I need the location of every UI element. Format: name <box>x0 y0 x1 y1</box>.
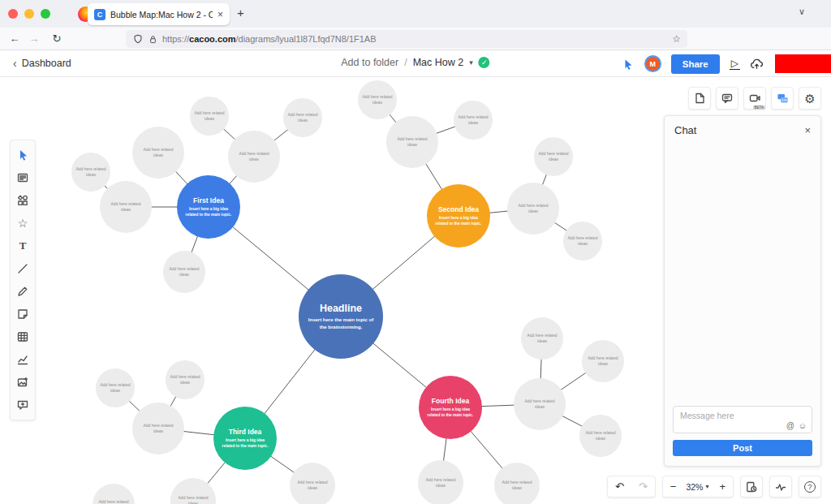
bubble-label: Fourth Idea <box>432 397 469 405</box>
zoom-controls: − 32% ▾ + <box>662 476 734 498</box>
address-bar[interactable]: https://cacoo.com/diagrams/lyual1l87Lfqd… <box>126 30 687 48</box>
bubble-label: Add here related ideas <box>538 151 568 163</box>
bubble-label: Add here related ideas <box>75 166 105 179</box>
diagram-node-g12[interactable]: Add here related ideas <box>534 137 573 176</box>
zoom-out-button[interactable]: − <box>663 480 684 493</box>
shapes-tool[interactable] <box>12 189 33 212</box>
chart-tool[interactable] <box>12 348 33 371</box>
window-close-button[interactable] <box>8 9 18 19</box>
window-zoom-button[interactable] <box>41 9 50 19</box>
cloud-upload-icon[interactable] <box>750 57 764 71</box>
diagram-node-g7[interactable]: Add here related ideas <box>163 251 205 293</box>
pages-button[interactable] <box>688 87 711 110</box>
shared-cursor-icon[interactable] <box>622 58 635 71</box>
diagram-node-g8[interactable]: Add here related ideas <box>386 116 438 168</box>
bubble-label: Add here related ideas <box>194 110 224 123</box>
zoom-caret-icon[interactable]: ▾ <box>705 483 712 490</box>
pencil-tool[interactable] <box>12 280 33 303</box>
diagram-node-g15[interactable]: Add here related ideas <box>96 368 135 407</box>
diagram-node-g10[interactable]: Add here related ideas <box>454 101 493 140</box>
line-tool[interactable] <box>12 257 33 280</box>
view-toolbar: BETA ⚙ <box>688 87 821 110</box>
zoom-level[interactable]: 32% <box>683 482 705 492</box>
diagram-node-I2[interactable]: Second IdeaInsert here a big idea relate… <box>427 184 490 248</box>
diagram-node-H[interactable]: HeadlineInsert here the main topic of th… <box>299 274 383 359</box>
video-call-button[interactable]: BETA <box>743 87 766 110</box>
tab-title: Bubble Map:Mac How 2 - Cacoo <box>110 10 213 19</box>
insert-image-tool[interactable] <box>12 371 33 394</box>
chat-message-input[interactable] <box>674 407 812 421</box>
table-tool[interactable] <box>12 325 33 348</box>
diagram-name[interactable]: Mac How 2 <box>413 57 464 68</box>
diagram-node-g1[interactable]: Add here related ideas <box>132 127 184 179</box>
favorite-shapes-tool[interactable]: ☆ <box>12 212 33 235</box>
bubble-label: Second Idea <box>438 205 479 213</box>
text-tool[interactable]: T <box>12 235 33 257</box>
diagram-node-g25[interactable]: Add here related ideas <box>494 463 540 504</box>
chat-message-box: @ ☺ <box>673 406 812 433</box>
diagram-node-g23[interactable]: Add here related ideas <box>579 415 622 457</box>
tracking-shield-icon[interactable] <box>132 33 144 45</box>
tab-list-chevron-icon[interactable]: ∨ <box>799 6 805 17</box>
window-minimize-button[interactable] <box>24 9 34 19</box>
bubble-label: Add here related ideas <box>362 94 392 106</box>
diagram-node-g4[interactable]: Add here related ideas <box>71 153 110 192</box>
redo-button[interactable]: ↷ <box>631 480 655 493</box>
mention-icon[interactable]: @ <box>786 421 794 430</box>
diagram-node-g3[interactable]: Add here related ideas <box>100 181 152 233</box>
comments-button[interactable] <box>716 87 738 110</box>
version-history-button[interactable] <box>740 476 763 498</box>
diagram-node-g24[interactable]: Add here related ideas <box>418 460 463 504</box>
diagram-node-g20[interactable]: Add here related ideas <box>514 378 566 430</box>
reload-button[interactable]: ↻ <box>47 32 67 45</box>
diagram-node-g5[interactable]: Add here related ideas <box>190 97 229 136</box>
lock-icon[interactable] <box>148 34 158 45</box>
bubble-label: Add here related ideas <box>295 480 330 492</box>
shape-toolbar: ☆ T <box>10 140 36 420</box>
diagram-node-g14[interactable]: Add here related ideas <box>132 403 184 454</box>
chat-panel: Chat × @ ☺ Post <box>664 115 821 467</box>
undo-button[interactable]: ↶ <box>608 480 631 493</box>
diagram-node-I3[interactable]: Third IdeaInsert here a big idea related… <box>213 407 277 470</box>
diagram-node-g21[interactable]: Add here related ideas <box>521 317 563 360</box>
diagram-node-I4[interactable]: Fourth IdeaInsert here a big idea relate… <box>419 376 482 439</box>
diagram-node-g9[interactable]: Add here related ideas <box>358 80 397 119</box>
forward-button[interactable]: → <box>24 32 44 45</box>
browser-tab-strip: C Bubble Map:Mac How 2 - Cacoo × + ∨ <box>0 0 831 28</box>
new-tab-button[interactable]: + <box>237 6 244 19</box>
post-button[interactable]: Post <box>673 440 812 456</box>
browser-tab[interactable]: C Bubble Map:Mac How 2 - Cacoo × <box>88 3 230 25</box>
help-button[interactable]: ? <box>799 476 821 498</box>
presentation-icon[interactable]: ▷ <box>730 58 740 70</box>
add-to-folder-link[interactable]: Add to folder <box>341 57 398 68</box>
chat-button[interactable] <box>771 87 794 110</box>
activity-button[interactable] <box>769 476 792 498</box>
add-comment-tool[interactable] <box>12 394 33 416</box>
diagram-node-g6[interactable]: Add here related ideas <box>283 98 322 137</box>
diagram-node-g17[interactable]: Add here related ideas <box>290 463 335 504</box>
zoom-in-button[interactable]: + <box>712 480 733 493</box>
diagram-node-g22[interactable]: Add here related ideas <box>582 340 624 382</box>
diagram-node-g16[interactable]: Add here related ideas <box>166 360 205 399</box>
text-note-tool[interactable] <box>12 166 33 189</box>
select-cursor-tool[interactable] <box>12 144 33 166</box>
diagram-node-g13[interactable]: Add here related ideas <box>563 222 602 261</box>
beta-badge: BETA <box>753 106 765 110</box>
back-button[interactable]: ← <box>5 32 24 45</box>
chat-close-icon[interactable]: × <box>804 124 811 136</box>
bookmark-star-icon[interactable]: ☆ <box>672 33 681 45</box>
sticky-note-tool[interactable] <box>12 303 33 325</box>
bubble-label: Add here related ideas <box>168 266 201 278</box>
user-avatar[interactable]: M <box>644 55 661 72</box>
version-history-icon <box>745 480 758 493</box>
diagram-node-I1[interactable]: First IdeaInsert here a big idea related… <box>177 175 240 239</box>
settings-button[interactable]: ⚙ <box>799 87 821 110</box>
diagram-node-g2[interactable]: Add here related ideas <box>228 131 280 183</box>
dashboard-back-link[interactable]: ‹ Dashboard <box>13 57 71 70</box>
diagram-node-g11[interactable]: Add here related ideas <box>507 183 559 235</box>
emoji-icon[interactable]: ☺ <box>799 421 807 430</box>
diagram-name-caret-icon[interactable]: ▾ <box>469 58 473 67</box>
bubble-label: Add here related ideas <box>287 112 317 124</box>
share-button[interactable]: Share <box>671 54 720 74</box>
tab-close-icon[interactable]: × <box>217 9 223 20</box>
